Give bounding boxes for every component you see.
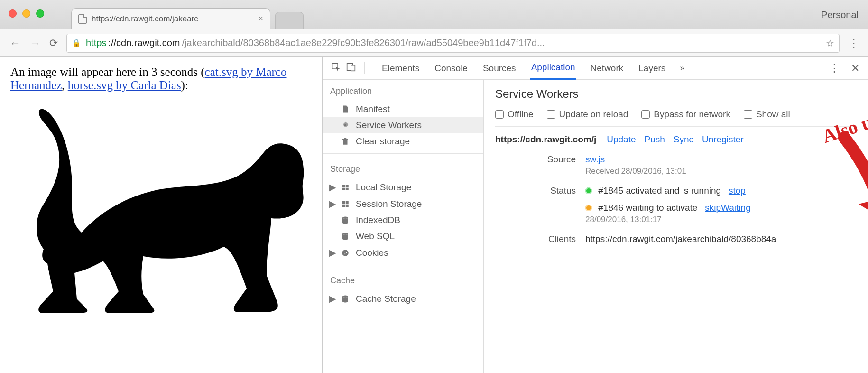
sw-check-update-on-reload[interactable]: Update on reload: [547, 109, 628, 120]
tab-layers[interactable]: Layers: [637, 57, 666, 79]
svg-rect-7: [346, 187, 349, 190]
profile-label[interactable]: Personal: [821, 9, 859, 20]
grid-icon: [341, 183, 350, 192]
tab-elements[interactable]: Elements: [381, 57, 420, 79]
menu-icon[interactable]: ⋮: [848, 37, 859, 50]
svg-point-16: [346, 252, 347, 253]
svg-point-18: [342, 295, 348, 298]
db-icon: [341, 232, 350, 241]
sw-clients-label: Clients: [495, 234, 585, 244]
sw-check-offline[interactable]: Offline: [495, 109, 534, 120]
reload-button[interactable]: ⟳: [49, 37, 58, 49]
sidebar-group-storage: Storage: [323, 158, 483, 179]
sw-status2-time: 28/09/2016, 13:01:17: [585, 215, 857, 224]
url-host: ://cdn.rawgit.com: [108, 37, 180, 48]
checkbox[interactable]: [547, 110, 555, 119]
sw-check-show-all[interactable]: Show all: [744, 109, 790, 120]
svg-point-13: [342, 233, 348, 235]
sw-action-update[interactable]: Update: [607, 134, 636, 145]
sw-skipwaiting-link[interactable]: skipWaiting: [705, 203, 750, 213]
checkbox[interactable]: [495, 110, 504, 119]
gear-icon: [341, 121, 350, 130]
db-icon: [341, 215, 350, 225]
sidebar-item-service-workers[interactable]: Service Workers: [323, 117, 483, 133]
intro-text: An image will appear here in 3 seconds (: [10, 65, 205, 78]
application-sidebar: ApplicationManifestService WorkersClear …: [323, 80, 484, 373]
svg-rect-5: [346, 185, 349, 187]
tab-title: https://cdn.rawgit.com/jakearc: [92, 14, 198, 24]
svg-rect-9: [346, 201, 349, 204]
sw-status-label: Status: [495, 186, 585, 224]
sw-action-push[interactable]: Push: [645, 134, 665, 145]
sidebar-group-cache: Cache: [323, 269, 483, 290]
back-button[interactable]: ←: [9, 37, 21, 50]
sidebar-group-application: Application: [323, 80, 483, 101]
caret-icon: ▶: [329, 182, 335, 193]
svg-rect-10: [342, 204, 345, 206]
trash-icon: [341, 137, 350, 146]
sw-status1-text: activated and is running: [626, 186, 721, 196]
svg-point-15: [344, 251, 345, 252]
caret-icon: ▶: [329, 247, 335, 258]
caret-icon: ▶: [329, 293, 335, 304]
svg-rect-2: [351, 65, 355, 71]
browser-toolbar: ← → ⟳ 🔒 https ://cdn.rawgit.com /jakearc…: [0, 29, 868, 57]
url-scheme: https: [86, 37, 106, 48]
checkbox[interactable]: [744, 110, 752, 119]
bookmark-icon[interactable]: ☆: [826, 37, 834, 49]
sw-stop-link[interactable]: stop: [729, 186, 746, 196]
url-path: /jakearchibald/80368b84ac1ae8e229fc90b3f…: [182, 37, 545, 48]
sidebar-item-local-storage[interactable]: ▶Local Storage: [323, 179, 483, 196]
sidebar-item-indexeddb[interactable]: IndexedDB: [323, 212, 483, 228]
window-minimize-button[interactable]: [22, 9, 30, 18]
svg-rect-4: [342, 185, 345, 187]
checkbox[interactable]: [641, 110, 650, 119]
sidebar-item-web-sql[interactable]: Web SQL: [323, 228, 483, 244]
sidebar-item-cookies[interactable]: ▶Cookies: [323, 244, 483, 261]
svg-point-14: [342, 250, 349, 256]
tab-network[interactable]: Network: [590, 57, 625, 79]
devtools-menu-icon[interactable]: ⋮: [829, 62, 840, 75]
sw-heading: Service Workers: [495, 87, 857, 101]
sw-clients-url: https://cdn.rawgit.com/jakearchibald/803…: [585, 234, 857, 244]
browser-tab[interactable]: https://cdn.rawgit.com/jakearc ×: [71, 8, 270, 29]
inspect-icon[interactable]: [331, 62, 341, 74]
svg-point-17: [344, 253, 345, 254]
sidebar-item-clear-storage[interactable]: Clear storage: [323, 133, 483, 149]
forward-button[interactable]: →: [29, 37, 41, 50]
sw-action-unregister[interactable]: Unregister: [702, 134, 744, 145]
window-zoom-button[interactable]: [36, 9, 44, 18]
service-workers-detail: Service Workers OfflineUpdate on reloadB…: [484, 80, 868, 373]
sw-scope-url: https://cdn.rawgit.com/j: [495, 134, 596, 145]
svg-rect-11: [346, 204, 349, 206]
window-close-button[interactable]: [9, 9, 17, 18]
device-icon[interactable]: [346, 62, 356, 74]
status-dot-waiting-icon: [585, 205, 592, 211]
sidebar-item-cache-storage[interactable]: ▶Cache Storage: [323, 290, 483, 307]
tab-console[interactable]: Console: [434, 57, 469, 79]
sw-status1-id: #1845: [598, 186, 623, 196]
tab-sources[interactable]: Sources: [482, 57, 517, 79]
address-bar[interactable]: 🔒 https ://cdn.rawgit.com /jakearchibald…: [66, 34, 840, 53]
sw-action-sync[interactable]: Sync: [674, 134, 693, 145]
tab-application[interactable]: Application: [530, 56, 576, 80]
lock-icon: 🔒: [72, 38, 81, 47]
sw-check-bypass-for-network[interactable]: Bypass for network: [641, 109, 730, 120]
page-content: An image will appear here in 3 seconds (…: [0, 57, 323, 373]
tabs-overflow-icon[interactable]: »: [680, 63, 684, 73]
cat-image: [10, 95, 312, 316]
tab-close-icon[interactable]: ×: [258, 14, 263, 24]
sw-source-link[interactable]: sw.js: [585, 154, 605, 164]
devtools-panel: Elements Console Sources Application Net…: [323, 57, 868, 373]
sw-source-received: Received 28/09/2016, 13:01: [585, 167, 857, 176]
sidebar-item-session-storage[interactable]: ▶Session Storage: [323, 196, 483, 212]
svg-marker-19: [859, 195, 868, 235]
new-tab-button[interactable]: [275, 12, 304, 29]
sidebar-item-manifest[interactable]: Manifest: [323, 101, 483, 117]
devtools-tabbar: Elements Console Sources Application Net…: [323, 57, 868, 80]
devtools-close-icon[interactable]: ✕: [851, 62, 859, 75]
status-dot-active-icon: [585, 187, 592, 194]
link-horse-svg[interactable]: horse.svg by Carla Dias: [68, 79, 181, 92]
sw-source-label: Source: [495, 154, 585, 176]
page-icon: [78, 14, 87, 24]
